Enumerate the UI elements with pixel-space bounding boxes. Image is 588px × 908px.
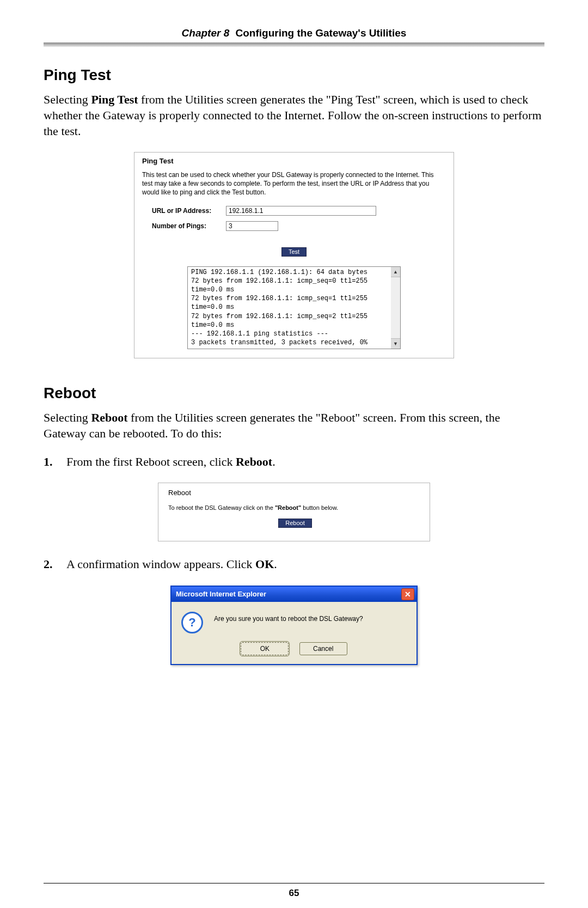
- text-bold: Ping Test: [91, 93, 138, 106]
- scroll-down-icon[interactable]: ▼: [391, 338, 400, 349]
- ping-output-line: 3 packets transmitted, 3 packets receive…: [191, 338, 397, 347]
- text-bold: OK: [255, 557, 274, 571]
- reboot-paragraph: Selecting Reboot from the Utilities scre…: [44, 410, 544, 441]
- ping-output-line: 72 bytes from 192.168.1.1: icmp_seq=2 tt…: [191, 312, 397, 330]
- text-segment: .: [272, 455, 275, 468]
- reboot-heading: Reboot: [44, 385, 544, 402]
- ping-output-line: 72 bytes from 192.168.1.1: icmp_seq=1 tt…: [191, 294, 397, 312]
- number-of-pings-label: Number of Pings:: [152, 222, 226, 230]
- text-segment: button below.: [301, 504, 338, 511]
- reboot-mock-title: Reboot: [168, 489, 422, 497]
- footer-rule: [44, 883, 544, 883]
- chapter-rule: [44, 42, 544, 47]
- chapter-number: Chapter 8: [182, 27, 230, 39]
- text-segment: From the first Reboot screen, click: [66, 455, 236, 468]
- reboot-mock: Reboot To reboot the DSL Gateway click o…: [158, 483, 430, 541]
- url-ip-input[interactable]: [226, 206, 376, 216]
- ping-test-heading: Ping Test: [44, 66, 544, 84]
- text-segment: Selecting: [44, 411, 91, 424]
- question-icon: ?: [181, 612, 203, 633]
- step-number: 1.: [44, 454, 66, 470]
- text-segment: To reboot the DSL Gateway click on the: [168, 504, 275, 511]
- ok-button[interactable]: OK: [241, 642, 289, 655]
- ping-output-line: --- 192.168.1.1 ping statistics ---: [191, 330, 397, 338]
- page-number: 65: [44, 888, 544, 908]
- test-button[interactable]: Test: [281, 247, 307, 257]
- ping-output-wrap: PING 192.168.1.1 (192.168.1.1): 64 data …: [187, 266, 401, 349]
- confirm-dialog: Microsoft Internet Explorer ✕ ? Are you …: [170, 586, 418, 665]
- text-segment: A confirmation window appears. Click: [66, 557, 255, 571]
- text-segment: Selecting: [44, 93, 91, 106]
- dialog-title: Microsoft Internet Explorer: [176, 590, 266, 598]
- chapter-header: Chapter 8 Configuring the Gateway's Util…: [44, 27, 544, 39]
- ping-output-line: 72 bytes from 192.168.1.1: icmp_seq=0 tt…: [191, 277, 397, 294]
- reboot-button[interactable]: Reboot: [278, 519, 311, 528]
- text-bold: Reboot: [236, 455, 272, 468]
- ping-output: PING 192.168.1.1 (192.168.1.1): 64 data …: [187, 266, 401, 349]
- text-bold: Reboot: [91, 411, 127, 424]
- close-icon[interactable]: ✕: [401, 588, 414, 600]
- url-ip-label: URL or IP Address:: [152, 207, 226, 215]
- ping-test-paragraph: Selecting Ping Test from the Utilities s…: [44, 92, 544, 139]
- text-bold: "Reboot": [275, 504, 301, 511]
- ping-output-line: PING 192.168.1.1 (192.168.1.1): 64 data …: [191, 268, 397, 277]
- scrollbar[interactable]: ▲ ▼: [391, 266, 401, 349]
- step-number: 2.: [44, 557, 66, 572]
- ping-mock-description: This test can be used to check whether y…: [142, 170, 446, 197]
- dialog-message: Are you sure you want to reboot the DSL …: [214, 612, 363, 623]
- chapter-title: Configuring the Gateway's Utilities: [232, 27, 406, 39]
- scroll-up-icon[interactable]: ▲: [391, 267, 400, 277]
- step-2-text: A confirmation window appears. Click OK.: [66, 557, 544, 572]
- ping-mock-title: Ping Test: [142, 157, 446, 165]
- number-of-pings-input[interactable]: [226, 221, 278, 231]
- dialog-titlebar[interactable]: Microsoft Internet Explorer ✕: [171, 587, 416, 602]
- step-1-text: From the first Reboot screen, click Rebo…: [66, 454, 544, 470]
- reboot-mock-instructions: To reboot the DSL Gateway click on the "…: [168, 504, 422, 511]
- ping-test-mock: Ping Test This test can be used to check…: [134, 152, 454, 358]
- text-segment: .: [274, 557, 277, 571]
- cancel-button[interactable]: Cancel: [299, 642, 347, 655]
